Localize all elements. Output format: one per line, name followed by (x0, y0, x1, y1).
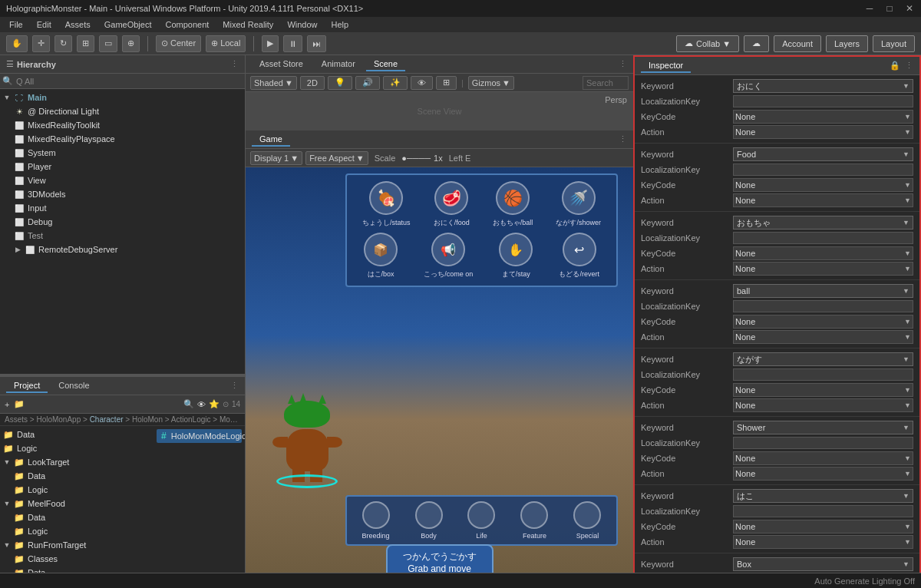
selected-file-item[interactable]: # HoloMonModeLogicRunFromTarget (157, 429, 242, 443)
game-btn-stay[interactable]: ✋ まて/stay (499, 233, 533, 279)
collab-button[interactable]: ☁ Collab ▼ (676, 35, 739, 52)
scene-panel-options[interactable]: ⋮ (619, 59, 627, 69)
cat-btn-life[interactable]: Life (467, 501, 495, 540)
localization-input-3[interactable] (733, 232, 913, 244)
tab-inspector[interactable]: Inspector (641, 59, 691, 73)
menu-edit[interactable]: Edit (31, 18, 58, 31)
tab-scene[interactable]: Scene (366, 58, 405, 71)
menu-file[interactable]: File (3, 18, 29, 31)
audio-toggle-button[interactable]: 🔊 (355, 76, 380, 90)
star-icon[interactable]: ⭐ (209, 399, 220, 409)
hierarchy-options[interactable]: ⋮ (230, 59, 239, 69)
keyword-value-3[interactable]: おもちゃ ▼ (733, 216, 913, 230)
action-dropdown-2[interactable]: None ▼ (733, 193, 913, 207)
localization-input-5[interactable] (733, 368, 913, 381)
keyword-value-6[interactable]: Shower ▼ (733, 421, 913, 434)
hierarchy-item-input[interactable]: ⬜ Input (0, 201, 245, 215)
keyword-value-2[interactable]: Food ▼ (733, 147, 913, 161)
step-button[interactable]: ⏭ (307, 35, 326, 52)
file-item-logic[interactable]: 📁 Logic (0, 441, 154, 455)
gizmos-dropdown[interactable]: Gizmos ▼ (468, 76, 514, 90)
transform-tool-button[interactable]: ⊕ (122, 35, 140, 52)
hierarchy-item-test[interactable]: ⬜ Test (0, 229, 245, 243)
file-item-rft-classes[interactable]: 📁 Classes (0, 552, 154, 566)
localization-input-6[interactable] (733, 437, 913, 449)
grid-toggle-button[interactable]: ⊞ (436, 76, 457, 90)
cat-btn-body[interactable]: Body (415, 501, 443, 540)
file-item-looktarget-data[interactable]: 📁 Data (0, 469, 154, 483)
shading-dropdown[interactable]: Shaded ▼ (250, 76, 297, 90)
inspector-lock-icon[interactable]: 🔒 (890, 61, 900, 71)
hidden-toggle-button[interactable]: 👁 (411, 76, 433, 90)
game-btn-shower[interactable]: 🚿 ながす/shower (556, 181, 601, 228)
tab-game[interactable]: Game (252, 133, 290, 147)
aspect-dropdown[interactable]: Free Aspect ▼ (305, 151, 368, 165)
hierarchy-item-view[interactable]: ⬜ View (0, 173, 245, 187)
maximize-button[interactable]: □ (884, 3, 895, 14)
scale-slider[interactable]: ●──── (401, 154, 431, 163)
hierarchy-item-main[interactable]: ▼ ⛶ Main (0, 91, 245, 104)
hand-tool-button[interactable]: ✋ (6, 35, 28, 52)
menu-mixed-reality[interactable]: Mixed Reality (216, 18, 279, 31)
hierarchy-item-mr-toolkit[interactable]: ⬜ MixedRealityToolkit (0, 118, 245, 132)
file-item-runfromtarget[interactable]: ▼ 📁 RunFromTarget (0, 538, 154, 552)
file-item-looktarget-logic[interactable]: 📁 Logic (0, 483, 154, 497)
rotate-tool-button[interactable]: ↻ (54, 35, 72, 52)
action-dropdown-4[interactable]: None ▼ (733, 330, 913, 344)
center-button[interactable]: ⊙ Center (156, 35, 201, 52)
rect-tool-button[interactable]: ▭ (99, 35, 117, 52)
hierarchy-item-debug[interactable]: ⬜ Debug (0, 215, 245, 229)
game-btn-ball[interactable]: 🏀 おもちゃ/ball (493, 181, 533, 228)
file-item-looktarget[interactable]: ▼ 📁 LookTarget (0, 455, 154, 469)
cat-btn-feature[interactable]: Feature (520, 501, 548, 540)
keycode-dropdown-1[interactable]: None ▼ (733, 110, 913, 124)
action-dropdown-7[interactable]: None ▼ (733, 535, 913, 549)
menu-gameobject[interactable]: GameObject (98, 18, 158, 31)
2d-button[interactable]: 2D (300, 76, 325, 90)
menu-assets[interactable]: Assets (59, 18, 97, 31)
display-dropdown[interactable]: Display 1 ▼ (250, 151, 302, 165)
fx-toggle-button[interactable]: ✨ (383, 76, 408, 90)
cat-btn-breeding[interactable]: Breeding (361, 501, 389, 540)
play-button[interactable]: ▶ (262, 35, 279, 52)
tab-project[interactable]: Project (6, 379, 48, 393)
file-item-data[interactable]: 📁 Data (0, 428, 154, 441)
scene-search-input[interactable] (583, 76, 629, 90)
menu-component[interactable]: Component (159, 18, 215, 31)
folder-button[interactable]: 📁 (14, 399, 25, 409)
hierarchy-item-3dmodels[interactable]: ⬜ 3DModels (0, 187, 245, 201)
keycode-dropdown-7[interactable]: None ▼ (733, 520, 913, 533)
game-panel-options[interactable]: ⋮ (619, 134, 627, 144)
inspector-options[interactable]: ⋮ (905, 61, 913, 71)
game-btn-food[interactable]: 🥩 おにく/food (434, 181, 470, 228)
file-item-meelfood-logic[interactable]: 📁 Logic (0, 524, 154, 538)
keyword-value-7[interactable]: はこ ▼ (733, 489, 913, 503)
project-options[interactable]: ⋮ (230, 381, 239, 391)
keycode-dropdown-2[interactable]: None ▼ (733, 178, 913, 192)
close-button[interactable]: ✕ (904, 3, 915, 14)
action-dropdown-6[interactable]: None ▼ (733, 467, 913, 481)
keyword-value-8[interactable]: Box ▼ (733, 557, 913, 571)
add-button[interactable]: + (5, 400, 9, 409)
localization-input-4[interactable] (733, 300, 913, 312)
tab-asset-store[interactable]: Asset Store (252, 58, 311, 71)
game-btn-come[interactable]: 📢 こっち/come on (424, 233, 473, 279)
minimize-button[interactable]: ─ (864, 3, 875, 14)
keycode-dropdown-3[interactable]: None ▼ (733, 246, 913, 260)
keycode-dropdown-6[interactable]: None ▼ (733, 451, 913, 465)
local-button[interactable]: ⊕ Local (206, 35, 246, 52)
tab-console[interactable]: Console (51, 379, 97, 393)
hierarchy-item-player[interactable]: ⬜ Player (0, 160, 245, 173)
file-item-meelfood[interactable]: ▼ 📁 MeelFood (0, 497, 154, 510)
keycode-dropdown-5[interactable]: None ▼ (733, 383, 913, 397)
pause-button[interactable]: ⏸ (283, 35, 302, 52)
scale-tool-button[interactable]: ⊞ (77, 35, 94, 52)
account-button[interactable]: Account (774, 35, 821, 52)
keyword-value-5[interactable]: ながす ▼ (733, 352, 913, 366)
hierarchy-item-remote-debug[interactable]: ▶ ⬜ RemoteDebugServer (0, 243, 245, 256)
game-btn-revert[interactable]: ↩ もどる/revert (559, 233, 599, 279)
layers-button[interactable]: Layers (826, 35, 868, 52)
cat-btn-special[interactable]: Special (573, 501, 601, 540)
move-tool-button[interactable]: ✛ (32, 35, 50, 52)
file-item-meelfood-data[interactable]: 📁 Data (0, 510, 154, 524)
